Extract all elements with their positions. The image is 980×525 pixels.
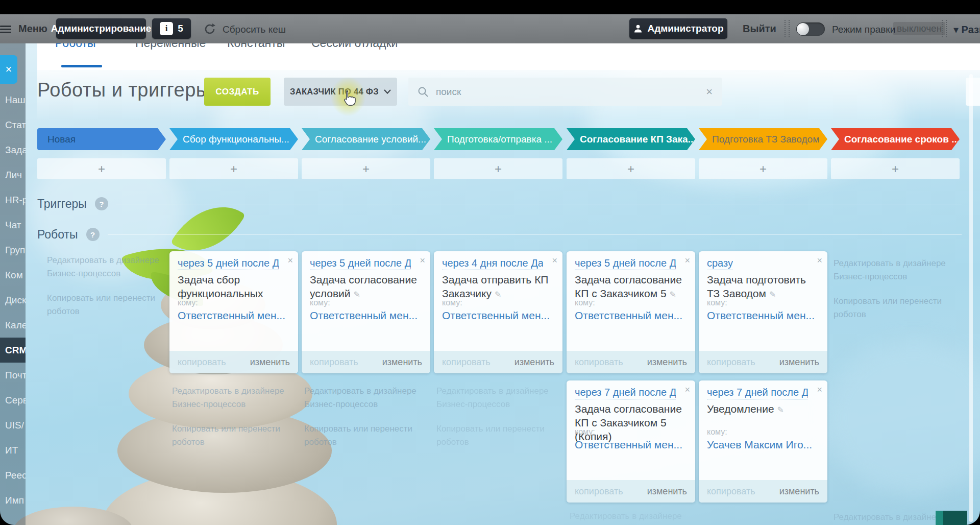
copy-robot-button[interactable]: копировать: [310, 357, 358, 368]
help-icon[interactable]: ?: [95, 197, 108, 210]
edit-pencil-icon[interactable]: ✎: [495, 290, 501, 299]
copy-move-robots-link[interactable]: Копировать или перенести: [436, 422, 559, 436]
sidebar-item[interactable]: Диск: [0, 288, 26, 313]
sidebar-item[interactable]: Лич: [0, 162, 26, 187]
edit-in-designer-link[interactable]: Редактировать в дизайнере: [570, 510, 692, 523]
copy-robot-button[interactable]: копировать: [575, 357, 623, 368]
menu-button[interactable]: Меню: [18, 23, 47, 35]
edit-in-designer-link[interactable]: Бизнес-процессов: [172, 398, 295, 411]
stage-chip[interactable]: Сбор функциональны...: [169, 128, 298, 150]
sidebar-item[interactable]: Почт: [0, 363, 26, 388]
menu-hamburger-icon[interactable]: [0, 26, 11, 33]
assignee-link[interactable]: Усачев Максим Иго...: [707, 439, 812, 451]
edit-robot-button[interactable]: изменить: [647, 357, 687, 368]
edit-pencil-icon[interactable]: ✎: [777, 405, 784, 414]
stage-chip[interactable]: Новая: [37, 128, 166, 150]
edit-in-designer-link[interactable]: Редактировать в дизайнере: [834, 257, 956, 270]
copy-move-robots-link[interactable]: Копировать или перенести: [304, 422, 427, 436]
robot-timing-link[interactable]: сразу: [707, 257, 733, 270]
clear-search-icon[interactable]: ×: [706, 85, 713, 99]
add-robot-button[interactable]: +: [169, 158, 298, 179]
sidebar-item[interactable]: Кале: [0, 313, 26, 338]
copy-robot-button[interactable]: копировать: [575, 486, 623, 497]
sidebar-close-button[interactable]: ×: [0, 55, 17, 84]
copy-move-robots-link[interactable]: роботов: [304, 436, 427, 449]
copy-robot-button[interactable]: копировать: [707, 486, 755, 497]
edit-in-designer-link[interactable]: Редактировать в дизайнере: [172, 385, 295, 398]
add-robot-button[interactable]: +: [567, 158, 695, 179]
sidebar-item[interactable]: Зада: [0, 137, 26, 162]
robot-timing-link[interactable]: через 5 дней после Д...: [575, 257, 676, 270]
copy-move-robots-link[interactable]: роботов: [436, 436, 559, 449]
sidebar-item[interactable]: Серв: [0, 388, 26, 413]
copy-move-robots-link[interactable]: роботов: [172, 436, 295, 449]
sidebar-item[interactable]: Наш: [0, 87, 26, 112]
add-robot-button[interactable]: +: [37, 158, 166, 179]
notifications-button[interactable]: i 5: [152, 18, 191, 39]
assignee-link[interactable]: Ответственный мен...: [442, 309, 550, 322]
edit-in-designer-link[interactable]: Бизнес-процессов: [834, 270, 956, 283]
sidebar-item[interactable]: Ком: [0, 262, 26, 288]
sidebar-item[interactable]: Стат: [0, 112, 26, 137]
vertical-scrollbar[interactable]: [969, 74, 973, 522]
close-icon[interactable]: ×: [420, 255, 425, 266]
help-icon[interactable]: ?: [86, 228, 100, 241]
edit-in-designer-link[interactable]: Редактировать в дизайнере: [304, 385, 427, 398]
edit-robot-button[interactable]: изменить: [779, 357, 819, 368]
copy-robot-button[interactable]: копировать: [178, 357, 226, 368]
create-button[interactable]: СОЗДАТЬ: [204, 78, 271, 106]
stage-chip[interactable]: Согласование сроков ...: [831, 128, 960, 150]
edit-pencil-icon[interactable]: ✎: [670, 290, 676, 299]
edit-robot-button[interactable]: изменить: [779, 486, 819, 497]
sidebar-item[interactable]: HR-р: [0, 187, 26, 212]
robot-timing-link[interactable]: через 7 дней после Д...: [707, 387, 808, 399]
administration-button[interactable]: Администрирование: [56, 18, 146, 39]
robot-timing-link[interactable]: через 4 дня после Дат...: [442, 257, 543, 270]
search-input[interactable]: [435, 86, 706, 98]
close-icon[interactable]: ×: [552, 255, 557, 266]
add-robot-button[interactable]: +: [831, 158, 960, 179]
sidebar-item[interactable]: ИТ: [0, 438, 26, 463]
logout-button[interactable]: Выйти: [743, 23, 776, 35]
refresh-icon[interactable]: [203, 22, 216, 36]
copy-move-robots-link[interactable]: роботов: [834, 308, 956, 321]
copy-robot-button[interactable]: копировать: [707, 357, 755, 368]
reset-cache-button[interactable]: Сбросить кеш: [223, 24, 286, 35]
edit-robot-button[interactable]: изменить: [382, 357, 422, 368]
close-icon[interactable]: ×: [817, 255, 822, 266]
expand-button[interactable]: ▾ Развер: [953, 23, 980, 36]
robot-timing-link[interactable]: через 5 дней после Д...: [178, 257, 279, 270]
edit-pencil-icon[interactable]: ✎: [769, 290, 776, 299]
sidebar-item[interactable]: Реес: [0, 463, 26, 488]
stage-chip[interactable]: Согласование КП Зака...: [567, 128, 695, 150]
assignee-link[interactable]: Ответственный мен...: [575, 439, 682, 451]
assignee-link[interactable]: Ответственный мен...: [707, 309, 815, 322]
copy-move-robots-link[interactable]: Копировать или перенести: [172, 422, 295, 436]
sidebar-item[interactable]: UIS/: [0, 413, 26, 438]
add-robot-button[interactable]: +: [302, 158, 430, 179]
current-user-button[interactable]: Администратор: [629, 18, 727, 39]
sidebar-item[interactable]: Имп: [0, 488, 26, 513]
copy-move-robots-link[interactable]: роботов: [47, 305, 169, 318]
edit-in-designer-link[interactable]: Бизнес-процессов: [304, 398, 427, 411]
close-icon[interactable]: ×: [287, 255, 293, 266]
assignee-link[interactable]: Ответственный мен...: [575, 309, 682, 322]
robot-timing-link[interactable]: через 5 дней после Д...: [310, 257, 411, 270]
close-icon[interactable]: ×: [817, 385, 822, 395]
edit-robot-button[interactable]: изменить: [647, 486, 687, 497]
add-robot-button[interactable]: +: [434, 158, 562, 179]
stage-chip[interactable]: Подготовка/отправка ...: [434, 128, 562, 150]
edit-in-designer-link[interactable]: Редактировать в дизайнере: [47, 254, 169, 267]
stage-chip[interactable]: Подготовка ТЗ Заводом: [699, 128, 827, 150]
edit-in-designer-link[interactable]: Редактировать в дизайнере: [436, 385, 559, 398]
edit-in-designer-link[interactable]: Бизнес-процессов: [47, 267, 169, 280]
edit-robot-button[interactable]: изменить: [514, 357, 554, 368]
edit-mode-toggle[interactable]: [796, 22, 825, 36]
edit-pencil-icon[interactable]: ✎: [354, 290, 360, 299]
copy-move-robots-link[interactable]: Копировать или перенести: [47, 292, 169, 305]
assignee-link[interactable]: Ответственный мен...: [310, 309, 418, 322]
edit-robot-button[interactable]: изменить: [250, 357, 290, 368]
close-icon[interactable]: ×: [684, 385, 690, 395]
sidebar-item[interactable]: Чат: [0, 212, 26, 237]
stage-chip[interactable]: Согласование условий...: [302, 128, 430, 150]
